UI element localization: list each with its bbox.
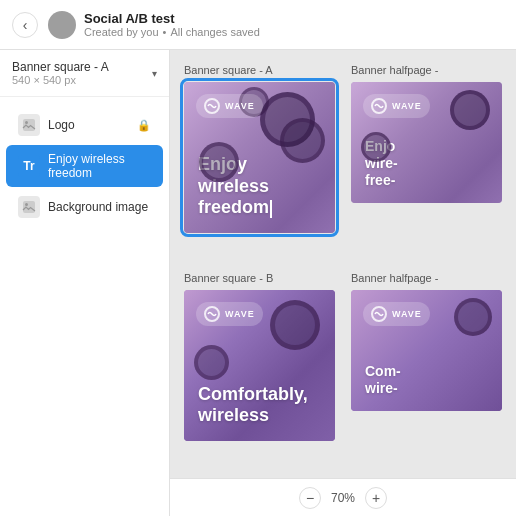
card-logo-text: WAVE — [225, 309, 255, 319]
card-content-a: WAVE Enjoy wirelessfreedom — [184, 82, 335, 233]
lock-icon: 🔒 — [137, 119, 151, 132]
back-button[interactable]: ‹ — [12, 12, 38, 38]
zoom-bar: − 70% + — [170, 478, 516, 516]
headphone-decoration — [199, 142, 239, 182]
text-item-icon: Tr — [18, 155, 40, 177]
sidebar-items: Logo 🔒 Tr Enjoy wireless freedom Backgro… — [0, 97, 169, 235]
headphone-decoration — [361, 132, 391, 162]
section-info: Banner square - A 540 × 540 px — [12, 60, 109, 86]
sidebar-item-logo[interactable]: Logo 🔒 — [6, 107, 163, 143]
zoom-out-button[interactable]: − — [299, 487, 321, 509]
svg-rect-0 — [23, 119, 35, 131]
banner-halfpage-b-label: Banner halfpage - — [351, 272, 502, 284]
sidebar-item-background[interactable]: Background image — [6, 189, 163, 225]
banner-square-a-label: Banner square - A — [184, 64, 335, 76]
zoom-level-label: 70% — [331, 491, 355, 505]
sidebar: Banner square - A 540 × 540 px ▾ Logo 🔒 — [0, 50, 170, 516]
canvas-card-banner-square-b: Banner square - B WAVE Comfortably,wirel… — [184, 272, 335, 464]
banner-square-a-canvas[interactable]: WAVE Enjoy wirelessfreedom — [184, 82, 335, 233]
zoom-in-button[interactable]: + — [365, 487, 387, 509]
banner-square-b-label: Banner square - B — [184, 272, 335, 284]
chevron-down-icon: ▾ — [152, 68, 157, 79]
card-logo-text: WAVE — [392, 101, 422, 111]
back-icon: ‹ — [23, 17, 28, 33]
card-logo: WAVE — [363, 94, 430, 118]
section-size: 540 × 540 px — [12, 74, 109, 86]
creator-label: Created by you — [84, 26, 159, 38]
wave-logo-icon — [371, 98, 387, 114]
svg-rect-2 — [23, 201, 35, 213]
avatar — [48, 11, 76, 39]
headphone-decoration — [270, 300, 320, 350]
text-cursor — [270, 200, 272, 218]
background-item-icon — [18, 196, 40, 218]
save-status: All changes saved — [170, 26, 259, 38]
canvas-card-banner-halfpage-b: Banner halfpage - WAVE Com-wire- — [351, 272, 502, 464]
sidebar-item-text[interactable]: Tr Enjoy wireless freedom — [6, 145, 163, 187]
title-group: Social A/B test Created by you • All cha… — [84, 11, 260, 38]
canvas-card-banner-square-a: Banner square - A WAVE — [184, 64, 335, 256]
wave-logo-icon — [204, 98, 220, 114]
headphone-decoration — [280, 118, 325, 163]
card-logo-text: WAVE — [392, 309, 422, 319]
banner-halfpage-b-canvas[interactable]: WAVE Com-wire- — [351, 290, 502, 411]
minus-icon: − — [306, 490, 314, 506]
main-layout: Banner square - A 540 × 540 px ▾ Logo 🔒 — [0, 50, 516, 516]
banner-halfpage-a-canvas[interactable]: WAVE Enjowire-free- — [351, 82, 502, 203]
card-logo: WAVE — [196, 94, 263, 118]
canvas-grid: Banner square - A WAVE — [170, 50, 516, 478]
text-item-label: Enjoy wireless freedom — [48, 152, 151, 180]
project-title: Social A/B test — [84, 11, 260, 26]
card-logo: WAVE — [363, 302, 430, 326]
card-content-halfpage-a: WAVE Enjowire-free- — [351, 82, 502, 203]
headphone-decoration — [454, 298, 492, 336]
svg-point-3 — [25, 203, 28, 206]
header: ‹ Social A/B test Created by you • All c… — [0, 0, 516, 50]
sidebar-section-header[interactable]: Banner square - A 540 × 540 px ▾ — [0, 50, 169, 97]
canvas-card-banner-halfpage-a: Banner halfpage - WAVE Enjowire-free- — [351, 64, 502, 256]
logo-item-icon — [18, 114, 40, 136]
card-content-b: WAVE Comfortably,wireless — [184, 290, 335, 441]
separator: • — [163, 26, 167, 38]
banner-halfpage-a-label: Banner halfpage - — [351, 64, 502, 76]
section-label: Banner square - A — [12, 60, 109, 74]
svg-point-1 — [25, 121, 28, 124]
card-logo-text: WAVE — [225, 101, 255, 111]
card-logo: WAVE — [196, 302, 263, 326]
headphone-decoration — [194, 345, 229, 380]
header-subtitle: Created by you • All changes saved — [84, 26, 260, 38]
headphone-decoration — [450, 90, 490, 130]
banner-square-b-canvas[interactable]: WAVE Comfortably,wireless — [184, 290, 335, 441]
logo-item-label: Logo — [48, 118, 129, 132]
wave-logo-icon — [371, 306, 387, 322]
wave-logo-icon — [204, 306, 220, 322]
card-content-halfpage-b: WAVE Com-wire- — [351, 290, 502, 411]
plus-icon: + — [372, 490, 380, 506]
background-item-label: Background image — [48, 200, 151, 214]
canvas-area: Banner square - A WAVE — [170, 50, 516, 516]
card-headline-halfpage-b: Com-wire- — [365, 363, 488, 397]
card-headline-b: Comfortably,wireless — [198, 384, 321, 427]
